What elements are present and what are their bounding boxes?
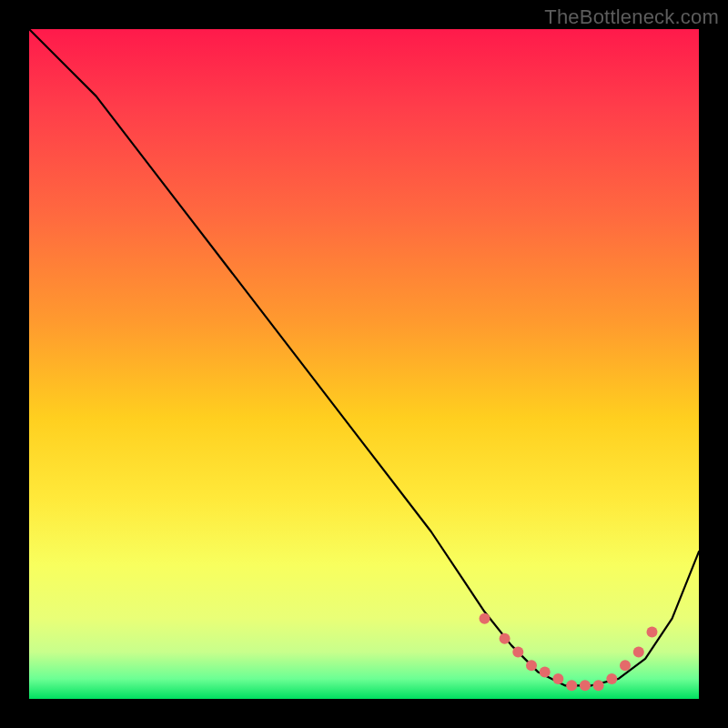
marker-dot: [593, 680, 604, 691]
marker-dot: [580, 680, 591, 691]
chart-frame: TheBottleneck.com: [0, 0, 728, 728]
chart-svg: [29, 29, 699, 699]
marker-dot: [633, 647, 644, 658]
marker-dots: [480, 613, 658, 692]
chart-plot-area: [29, 29, 699, 699]
marker-dot: [552, 673, 563, 684]
marker-dot: [480, 613, 490, 624]
marker-dot: [647, 626, 658, 637]
marker-dot: [526, 660, 537, 671]
marker-dot: [606, 673, 617, 684]
marker-dot: [540, 667, 551, 678]
marker-dot: [566, 680, 577, 691]
series-curve: [29, 29, 699, 685]
marker-dot: [512, 647, 523, 658]
watermark-text: TheBottleneck.com: [544, 5, 719, 29]
marker-dot: [620, 660, 631, 671]
marker-dot: [500, 633, 511, 644]
